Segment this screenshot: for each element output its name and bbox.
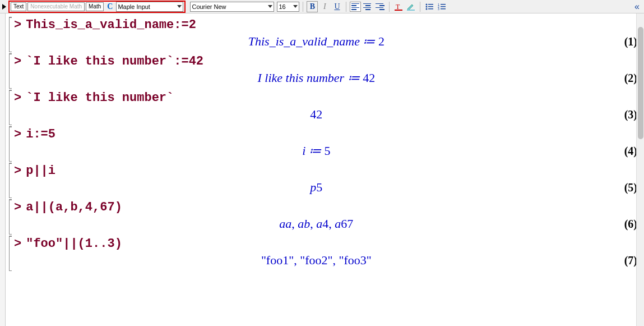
- chevron-down-icon: [177, 5, 182, 8]
- input-line[interactable]: >This_is_a_valid_name:=2: [10, 17, 642, 33]
- equation-label[interactable]: (5): [624, 181, 637, 194]
- highlight-button[interactable]: [405, 1, 416, 12]
- underline-button[interactable]: U: [331, 1, 342, 12]
- collapse-toolbar-icon[interactable]: «: [634, 2, 640, 12]
- input-text[interactable]: a||(a,b,4,67): [26, 200, 122, 214]
- svg-point-3: [426, 3, 428, 5]
- svg-rect-8: [428, 8, 433, 10]
- output-line: aa, ab, a4, a67(6): [10, 215, 642, 235]
- equation-label[interactable]: (7): [624, 254, 637, 267]
- scrollbar-thumb[interactable]: [638, 27, 643, 139]
- equation-label[interactable]: (4): [624, 145, 637, 158]
- output-line: i ≔ 5(4): [10, 143, 642, 162]
- output-text: I like this number ≔ 42: [14, 71, 619, 85]
- prompt-icon: >: [14, 200, 21, 214]
- input-line[interactable]: >a||(a,b,4,67): [10, 199, 642, 215]
- output-text: aa, ab, a4, a67: [14, 217, 619, 231]
- execution-group: >`I like this number`42(3): [9, 90, 642, 125]
- paragraph-style-select[interactable]: Maple Input: [116, 2, 183, 12]
- prompt-icon: >: [14, 237, 21, 251]
- font-color-button[interactable]: T: [393, 1, 404, 12]
- gutter: [0, 13, 6, 326]
- prompt-icon: >: [14, 18, 21, 32]
- execution-group: >"foo"||(1..3)"foo1", "foo2", "foo3"(7): [9, 236, 642, 271]
- toolbar: Text Nonexecutable Math Math C Maple Inp…: [0, 0, 644, 13]
- input-line[interactable]: >p||i: [10, 163, 642, 179]
- svg-point-7: [426, 8, 428, 10]
- chevron-down-icon: [293, 5, 298, 8]
- style-value: Maple Input: [118, 3, 150, 10]
- input-text[interactable]: This_is_a_valid_name:=2: [26, 18, 196, 32]
- input-text[interactable]: i:=5: [26, 127, 55, 141]
- worksheet-content[interactable]: >This_is_a_valid_name:=2This_is_a_valid_…: [6, 13, 644, 326]
- input-text[interactable]: p||i: [26, 164, 55, 178]
- svg-rect-14: [441, 8, 446, 10]
- svg-point-5: [426, 6, 428, 7]
- output-text: 42: [14, 107, 619, 122]
- align-left-button[interactable]: [350, 2, 361, 12]
- align-right-button[interactable]: [374, 2, 386, 12]
- scrollbar[interactable]: [636, 13, 644, 326]
- output-text: This_is_a_valid_name ≔ 2: [14, 34, 619, 49]
- input-line[interactable]: >i:=5: [10, 126, 642, 143]
- input-text[interactable]: "foo"||(1..3): [26, 237, 122, 251]
- prompt-icon: >: [14, 91, 21, 105]
- separator: [303, 2, 303, 12]
- bold-button[interactable]: B: [307, 1, 318, 12]
- italic-button[interactable]: I: [319, 1, 330, 12]
- input-line[interactable]: >"foo"||(1..3): [10, 236, 642, 252]
- output-line: This_is_a_valid_name ≔ 2(1): [10, 33, 642, 52]
- text-mode-button[interactable]: Text: [11, 2, 26, 11]
- output-line: "foo1", "foo2", "foo3"(7): [10, 252, 642, 271]
- output-line: p5(5): [10, 179, 642, 198]
- svg-rect-2: [407, 10, 415, 11]
- separator: [346, 2, 346, 12]
- expand-arrow-icon[interactable]: [2, 4, 6, 10]
- svg-rect-10: [441, 4, 446, 5]
- output-text: i ≔ 5: [14, 144, 619, 158]
- c-style-icon: C: [107, 2, 113, 11]
- execution-group: >p||ip5(5): [9, 163, 642, 198]
- prompt-icon: >: [14, 54, 21, 68]
- math-mode-button[interactable]: Math: [86, 2, 104, 11]
- input-line[interactable]: >`I like this number`:=42: [10, 53, 642, 70]
- bullet-list-button[interactable]: [424, 1, 435, 12]
- font-value: Courier New: [192, 3, 226, 10]
- svg-rect-12: [441, 6, 446, 7]
- size-value: 16: [279, 3, 285, 10]
- chevron-down-icon: [268, 5, 272, 8]
- svg-text:3: 3: [438, 7, 439, 11]
- input-line[interactable]: >`I like this number`: [10, 90, 642, 106]
- font-family-select[interactable]: Courier New: [190, 2, 274, 12]
- separator: [420, 2, 420, 12]
- prompt-icon: >: [14, 127, 21, 141]
- output-text: p5: [14, 180, 619, 195]
- svg-text:T: T: [396, 3, 400, 11]
- input-text[interactable]: `I like this number`: [26, 91, 174, 105]
- prompt-icon: >: [14, 164, 21, 178]
- equation-label[interactable]: (3): [624, 108, 637, 121]
- svg-rect-1: [395, 10, 402, 11]
- execution-group: >a||(a,b,4,67)aa, ab, a4, a67(6): [9, 199, 642, 235]
- nonexec-math-button[interactable]: Nonexecutable Math: [27, 2, 85, 11]
- separator: [389, 2, 390, 12]
- input-text[interactable]: `I like this number`:=42: [26, 54, 203, 68]
- output-line: 42(3): [10, 106, 642, 125]
- execution-group: >This_is_a_valid_name:=2This_is_a_valid_…: [9, 17, 642, 52]
- output-text: "foo1", "foo2", "foo3": [14, 253, 619, 268]
- mode-style-group: Text Nonexecutable Math Math C Maple Inp…: [8, 1, 186, 13]
- svg-rect-6: [428, 6, 433, 7]
- svg-rect-4: [428, 4, 433, 5]
- equation-label[interactable]: (1): [624, 35, 637, 48]
- align-center-button[interactable]: [362, 2, 373, 12]
- output-line: I like this number ≔ 42(2): [10, 70, 642, 89]
- execution-group: >`I like this number`:=42I like this num…: [9, 53, 642, 89]
- worksheet: >This_is_a_valid_name:=2This_is_a_valid_…: [0, 13, 644, 326]
- equation-label[interactable]: (2): [624, 72, 637, 85]
- numbered-list-button[interactable]: 1 2 3: [436, 1, 447, 12]
- font-size-select[interactable]: 16: [277, 2, 299, 12]
- execution-group: >i:=5i ≔ 5(4): [9, 126, 642, 162]
- equation-label[interactable]: (6): [624, 218, 637, 231]
